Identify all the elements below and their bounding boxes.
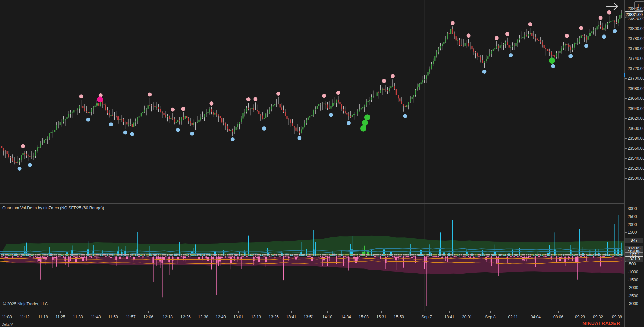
swing-low-dot: [130, 132, 134, 136]
price-tick-tick: [625, 49, 627, 49]
delta-tick-label: -2000: [628, 285, 638, 290]
time-tick-label: 13:26: [269, 314, 279, 319]
price-chart-panel[interactable]: [0, 0, 624, 204]
price-tick-label: 23580.00: [628, 136, 644, 141]
price-tick-tick: [625, 89, 627, 89]
time-tick: [327, 311, 328, 313]
focus-button[interactable]: F: [634, 1, 644, 11]
price-tick-label: 23560.00: [628, 146, 644, 151]
time-tick-label: 13:51: [304, 314, 314, 319]
time-tick: [427, 311, 427, 313]
price-tick-label: 23760.00: [628, 46, 644, 51]
time-tick-label: 14:34: [341, 314, 351, 319]
swing-high-dot: [528, 22, 532, 26]
time-tick-label: 12:38: [198, 314, 208, 319]
time-axis[interactable]: Delta V NINJATRADER 11:0811:1211:1811:25…: [0, 311, 624, 327]
swing-high-dot: [495, 36, 499, 40]
delta-tick-tick: [625, 272, 627, 272]
price-tick-tick: [625, 78, 627, 79]
swing-low-dot: [568, 54, 573, 58]
time-tick: [203, 311, 203, 313]
price-tick-label: 23680.00: [628, 86, 644, 91]
indicator-value-box: 847: [625, 238, 643, 243]
price-tick-label: 23780.00: [628, 36, 644, 41]
time-tick-label: 12:06: [143, 314, 153, 319]
delta-tick-label: 2000: [628, 222, 637, 227]
swing-high-dot: [607, 10, 611, 15]
price-axis[interactable]: F 23831.00 23840.0023820.0023800.0023780…: [624, 0, 644, 327]
time-tick-label: 12:18: [163, 314, 173, 319]
time-tick-label: 11:33: [73, 314, 83, 319]
delta-tick-tick: [625, 280, 627, 280]
price-tick-tick: [625, 109, 627, 109]
time-tick-label: 13:01: [233, 314, 243, 319]
swing-high-dot: [336, 91, 340, 95]
time-tick: [346, 311, 346, 313]
time-tick-label: 18:41: [444, 314, 454, 319]
price-tick-tick: [625, 69, 627, 69]
price-tick-label: 23800.00: [628, 26, 644, 31]
time-tick: [467, 311, 467, 313]
time-tick-label: 11:43: [91, 314, 101, 319]
swing-low-dot: [482, 70, 486, 74]
price-tick-tick: [625, 168, 627, 169]
price-tick-label: 23740.00: [628, 56, 644, 61]
ninjatrader-logo: NINJATRADER: [582, 320, 620, 326]
price-tick-tick: [625, 98, 627, 99]
vol-delta-indicator-panel[interactable]: Quantum Vol-Delta by ninZa.co (NQ SEP25 …: [0, 204, 624, 311]
price-tick-label: 23600.00: [628, 126, 644, 131]
time-tick: [309, 311, 309, 313]
price-tick-tick: [625, 118, 627, 119]
time-tick-label: 04:04: [531, 314, 541, 319]
delta-tick-tick: [625, 232, 627, 233]
price-tick-tick: [625, 158, 627, 159]
strong-buy-dot: [549, 57, 555, 64]
swing-high-dot: [171, 108, 175, 112]
delta-tick-tick: [625, 225, 627, 225]
swing-high-dots: [21, 10, 611, 148]
strong-buy-dot: [362, 120, 368, 126]
axis-alert-marker-icon: [624, 73, 625, 77]
time-tick: [558, 311, 559, 313]
price-tick-tick: [625, 138, 627, 139]
swing-low-dot: [602, 34, 606, 39]
time-tick: [536, 311, 536, 313]
swing-low-dot: [18, 167, 22, 171]
time-tick-label: 12:26: [180, 314, 191, 319]
swing-low-dot: [297, 136, 301, 140]
swing-high-dot: [79, 94, 83, 98]
price-tick-label: 23520.00: [628, 166, 644, 171]
swing-low-dot: [190, 132, 194, 136]
price-tick-label: 23660.00: [628, 96, 644, 101]
time-tick: [449, 311, 450, 313]
price-tick-tick: [625, 129, 627, 129]
swing-low-dot: [347, 121, 351, 125]
time-tick: [148, 311, 149, 313]
price-tick-label: 23500.00: [628, 176, 644, 181]
swing-high-dot: [246, 97, 251, 101]
delta-tick-tick: [625, 288, 627, 288]
ninjatrader-chart-window: Quantum Vol-Delta by ninZa.co (NQ SEP25 …: [0, 0, 644, 327]
swing-high-dot: [276, 92, 280, 96]
price-bars-group: [1, 10, 622, 165]
time-tick-label: Sep 8: [485, 314, 495, 319]
delta-tick-tick: [625, 296, 627, 296]
time-tick-label: Sep 7: [421, 314, 432, 319]
delta-tick-label: 3000: [628, 206, 637, 211]
strong-buy-dot: [364, 114, 370, 120]
time-tick: [399, 311, 399, 313]
time-tick-label: 09:38: [612, 314, 622, 319]
time-tick-label: 20:01: [462, 314, 472, 319]
swing-low-dot: [551, 64, 555, 68]
time-tick-label: 09:29: [575, 314, 585, 319]
swing-low-dot: [28, 163, 32, 167]
time-tick: [78, 311, 78, 313]
swing-low-dot: [584, 44, 588, 48]
indicator-value-box: -321.3: [625, 256, 643, 262]
swing-low-dot: [262, 126, 266, 131]
price-tick-tick: [625, 59, 627, 59]
current-price-marker: 23831.00: [625, 11, 643, 18]
time-tick-label: 11:50: [108, 314, 118, 319]
time-tick-label: 14:10: [322, 314, 332, 319]
time-tick-label: 15:03: [359, 314, 369, 319]
